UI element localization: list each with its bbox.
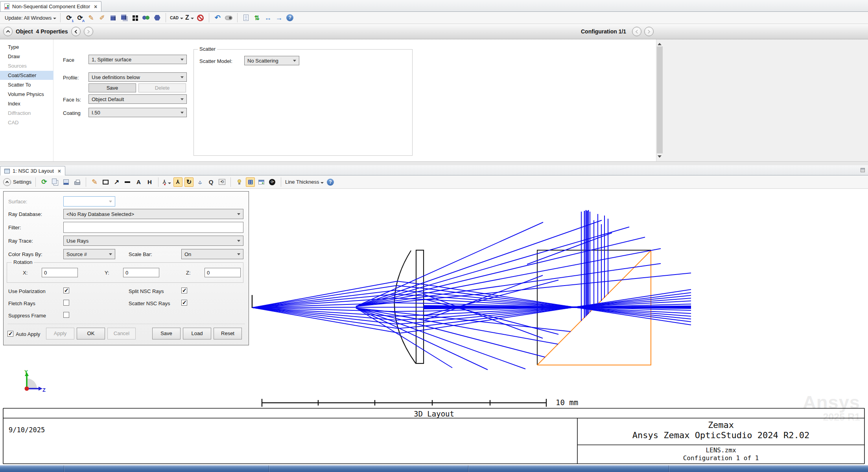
taskbar-divider <box>269 465 269 472</box>
fletch-rays-checkbox[interactable] <box>63 300 69 306</box>
thick-line-icon[interactable] <box>123 177 132 187</box>
scatter-model-label: Scatter Model: <box>199 58 232 64</box>
help-icon[interactable]: ? <box>326 177 335 187</box>
pencil-icon[interactable]: ✎ <box>90 177 99 187</box>
undo-arrow-icon[interactable]: ↶ <box>213 13 222 22</box>
fit-width-icon[interactable]: ↔ <box>264 13 273 22</box>
pan-tool-icon[interactable]: Y <box>173 177 182 187</box>
collapse-properties-button[interactable] <box>3 27 13 36</box>
toggle-icon[interactable] <box>224 13 233 22</box>
rotate-tool-icon[interactable]: ↻ <box>184 177 194 187</box>
text-tool-icon[interactable]: A <box>134 177 143 187</box>
copy-icon[interactable] <box>51 177 60 187</box>
no-symbol-icon[interactable] <box>196 13 205 22</box>
scatter-nsc-rays-checkbox[interactable] <box>181 300 187 306</box>
split-nsc-rays-checkbox[interactable] <box>181 288 187 293</box>
window-separator[interactable] <box>0 161 868 165</box>
cad-menu-button[interactable]: CAD <box>170 15 183 21</box>
insert-object-icon[interactable] <box>109 13 118 22</box>
profile-label: Profile: <box>63 75 79 81</box>
apply-button[interactable]: Apply <box>46 328 74 339</box>
scrollbar-thumb[interactable] <box>657 46 663 153</box>
lamp-icon[interactable] <box>235 177 244 187</box>
rectangle-tool-icon[interactable] <box>101 177 110 187</box>
swap-rows-icon[interactable]: ⇅ <box>252 13 262 22</box>
move-tool-icon[interactable]: ↔↕ <box>195 177 205 187</box>
face-dropdown[interactable]: 1, Splitter surface <box>88 55 187 64</box>
sidebar-item-coat-scatter[interactable]: Coat/Scatter <box>0 71 53 80</box>
copy-object-icon[interactable] <box>120 13 129 22</box>
line-arrow-icon[interactable]: ↗ <box>112 177 121 187</box>
zoom-tool-icon[interactable]: Q <box>206 177 216 187</box>
layout-tab-close-icon[interactable]: × <box>58 168 61 174</box>
scale-bar-dropdown[interactable]: On <box>181 249 243 259</box>
prev-config-button[interactable] <box>632 27 641 36</box>
toolbar-separator <box>281 177 281 187</box>
line-thickness-button[interactable]: Line Thickness <box>285 179 324 185</box>
scroll-down-icon[interactable] <box>658 155 662 160</box>
polygon-object-icon[interactable] <box>153 13 162 22</box>
rotation-z-input[interactable] <box>205 268 241 277</box>
settings-expand-button[interactable] <box>3 178 11 186</box>
auto-rotate-icon[interactable]: ⟳ <box>268 177 277 187</box>
save-button[interactable]: Save <box>152 328 181 339</box>
tab-nsc-3d-layout[interactable]: 1: NSC 3D Layout × <box>0 166 65 175</box>
load-button[interactable]: Load <box>183 328 211 339</box>
update-windows-button[interactable]: Update: All Windows <box>5 15 56 21</box>
color-rays-by-dropdown[interactable]: Source # <box>63 249 115 259</box>
color-rays-by-label: Color Rays By: <box>8 251 42 257</box>
help-icon[interactable]: ? <box>286 13 295 22</box>
fill-frame-icon[interactable]: ⊞ <box>246 177 255 187</box>
rotation-y-input[interactable] <box>123 268 159 277</box>
scatter-model-dropdown[interactable]: No Scattering <box>244 56 299 65</box>
next-object-button[interactable] <box>84 27 93 36</box>
update-once-icon[interactable]: ⟳1 <box>65 13 74 22</box>
rotation-x-input[interactable] <box>42 268 78 277</box>
ok-button[interactable]: OK <box>77 328 105 339</box>
suppress-frame-checkbox[interactable] <box>63 312 69 318</box>
ray-database-dropdown[interactable]: <No Ray Database Selected> <box>63 209 243 219</box>
cancel-button[interactable]: Cancel <box>107 328 136 339</box>
sidebar-item-index[interactable]: Index <box>0 99 53 108</box>
taskbar[interactable] <box>0 465 868 472</box>
tabstrip-corner-icon[interactable] <box>861 168 865 172</box>
app-root: { "colors": { "ray_blue": "#0808f0", "pr… <box>0 0 868 472</box>
refresh-icon[interactable]: ⟳ <box>40 177 49 187</box>
ray-trace-dropdown[interactable]: Use Rays <box>63 236 243 246</box>
reset-button[interactable]: Reset <box>214 328 242 339</box>
copy-window-icon[interactable] <box>257 177 266 187</box>
save-icon[interactable] <box>62 177 71 187</box>
spreadsheet-icon[interactable] <box>241 13 251 22</box>
revert-view-icon[interactable]: ⟲ <box>217 177 227 187</box>
suppress-frame-label: Suppress Frame <box>8 313 46 319</box>
prev-object-button[interactable] <box>71 27 81 36</box>
editor-tab-close-icon[interactable]: × <box>94 4 97 10</box>
use-polarization-checkbox[interactable] <box>63 288 69 293</box>
profile-delete-button[interactable]: Delete <box>138 83 186 92</box>
ray-aiming-icon[interactable]: Y <box>162 177 171 187</box>
sidebar-item-scatter-to[interactable]: Scatter To <box>0 80 53 89</box>
print-icon[interactable] <box>73 177 82 187</box>
grid-view-icon[interactable] <box>131 13 140 22</box>
scroll-up-icon[interactable] <box>658 41 662 45</box>
dimension-tool-icon[interactable]: H <box>145 177 154 187</box>
sidebar-item-volume-physics[interactable]: Volume Physics <box>0 90 53 99</box>
go-arrow-icon[interactable]: → <box>275 13 284 22</box>
chevron-down-icon <box>321 182 324 185</box>
tab-nsc-editor[interactable]: Non-Sequential Component Editor × <box>0 1 101 11</box>
coating-dropdown[interactable]: I.50 <box>88 108 187 117</box>
edit-object-icon[interactable]: ✎ <box>87 13 96 22</box>
auto-apply-checkbox[interactable] <box>7 331 13 337</box>
modify-object-icon[interactable]: ✐ <box>98 13 107 22</box>
filter-input[interactable] <box>63 222 243 233</box>
sidebar-item-draw[interactable]: Draw <box>0 52 53 61</box>
properties-scrollbar[interactable] <box>656 39 663 161</box>
next-config-button[interactable] <box>644 27 654 36</box>
profile-dropdown[interactable]: Use definitions below <box>88 72 187 82</box>
detector-dots-icon[interactable] <box>142 13 151 22</box>
zemax-menu-button[interactable]: Z <box>185 14 194 21</box>
profile-save-button[interactable]: Save <box>88 83 136 92</box>
sidebar-item-type[interactable]: Type <box>0 42 53 52</box>
update-all-icon[interactable]: ⟳A <box>76 13 85 22</box>
face-is-dropdown[interactable]: Object Default <box>88 94 187 104</box>
